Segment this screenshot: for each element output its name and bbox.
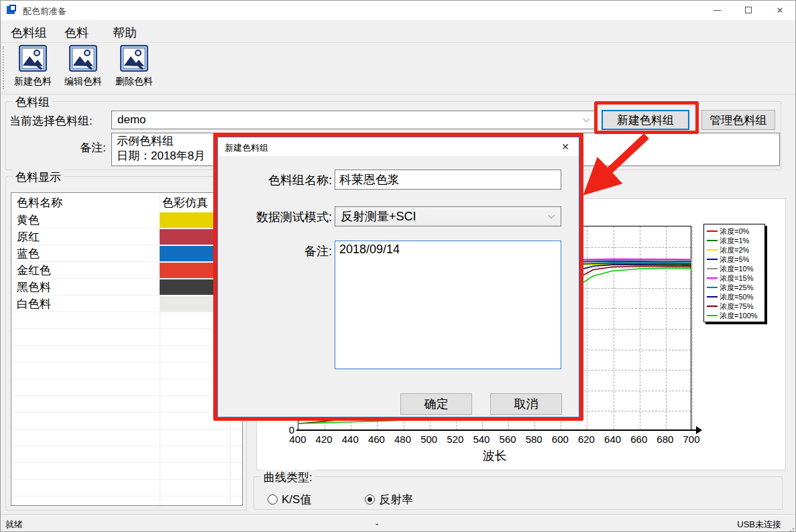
chevron-down-icon: ⌵: [548, 210, 555, 221]
legend-item-9: 浓度=100%: [707, 311, 764, 320]
table-row-5[interactable]: 白色料: [11, 295, 242, 312]
x-tick-label: 680: [654, 434, 677, 445]
dialog-close-button[interactable]: ✕: [552, 137, 579, 156]
colorant-table[interactable]: 色料名称 色彩仿真 黄色原红蓝色金红色黑色料白色料: [11, 192, 243, 506]
x-axis: [296, 429, 696, 431]
x-axis-title: 波长: [298, 448, 691, 464]
cancel-button[interactable]: 取消: [490, 393, 562, 415]
colorant-name: 蓝色: [17, 246, 40, 261]
legend-item-4: 浓度=10%: [707, 264, 764, 273]
table-row-2[interactable]: 蓝色: [11, 245, 242, 262]
legend-line: [707, 249, 718, 251]
current-group-combobox[interactable]: demo ⌵: [111, 111, 595, 129]
colorant-name: 原红: [17, 229, 40, 245]
legend-item-8: 浓度=75%: [707, 302, 764, 311]
x-tick-label: 580: [522, 434, 545, 445]
x-tick-label: 620: [575, 434, 598, 445]
table-empty-row: [11, 429, 242, 446]
colorant-name: 金红色: [17, 263, 51, 278]
menu-item-2[interactable]: 帮助: [113, 25, 137, 41]
dialog-mode-combobox[interactable]: 反射测量+SCI ⌵: [335, 206, 561, 226]
legend-item-5: 浓度=15%: [707, 273, 764, 283]
picture-icon: [109, 45, 159, 74]
table-empty-row: [11, 362, 242, 379]
menu-item-1[interactable]: 色料: [64, 25, 89, 41]
legend-line: [707, 315, 718, 316]
legend-label: 浓度=25%: [720, 283, 753, 293]
column-header-simulation: 色彩仿真: [162, 195, 208, 210]
column-header-name: 色料名称: [17, 195, 62, 210]
legend-label: 浓度=75%: [720, 302, 753, 312]
x-tick-label: 520: [444, 434, 467, 445]
chevron-down-icon: ⌵: [583, 114, 589, 125]
legend-line: [707, 268, 718, 269]
current-group-value: demo: [117, 113, 146, 127]
table-empty-row: [11, 496, 242, 506]
table-row-1[interactable]: 原红: [11, 228, 242, 245]
dialog-name-label: 色料组名称:: [231, 172, 332, 188]
radio-reflectance[interactable]: 反射率: [365, 492, 413, 507]
legend-line: [707, 240, 718, 241]
dialog-note-label: 备注:: [231, 243, 332, 259]
x-tick-label: 500: [418, 434, 441, 445]
table-empty-row: [11, 446, 242, 463]
table-row-3[interactable]: 金红色: [11, 262, 242, 279]
radio-label: 反射率: [379, 492, 413, 507]
legend-label: 浓度=50%: [720, 292, 753, 302]
dialog-note-textarea[interactable]: 2018/09/14: [335, 241, 561, 369]
colorant-group-panel-title: 色料组: [13, 94, 52, 110]
maximize-icon: [745, 7, 752, 13]
close-icon: ✕: [777, 5, 784, 15]
status-usb: USB未连接: [737, 519, 781, 531]
table-empty-row: [11, 396, 242, 413]
radio-label: K/S值: [282, 492, 311, 507]
x-tick-label: 560: [496, 434, 519, 445]
table-empty-row: [11, 480, 242, 496]
legend-label: 浓度=2%: [720, 245, 749, 255]
close-button[interactable]: ✕: [764, 0, 795, 20]
legend-line: [707, 296, 718, 297]
toolbar-button-label: 新建色料: [8, 76, 58, 88]
minimize-button[interactable]: [701, 0, 732, 20]
menu-item-0[interactable]: 色料组: [11, 25, 47, 41]
x-tick-label: 400: [286, 434, 309, 445]
toolbar-drag-handle[interactable]: [3, 46, 4, 89]
ok-button[interactable]: 确定: [400, 393, 472, 415]
table-row-0[interactable]: 黄色: [11, 212, 242, 228]
x-tick-label: 640: [602, 434, 624, 445]
table-row-4[interactable]: 黑色料: [11, 279, 242, 295]
group-note-label: 备注:: [64, 140, 106, 155]
radio-ks[interactable]: K/S值: [268, 492, 311, 507]
legend-item-1: 浓度=1%: [707, 236, 764, 245]
resize-grip[interactable]: [793, 528, 794, 529]
colorant-name: 黑色料: [17, 279, 51, 295]
chart-legend: 浓度=0%浓度=1%浓度=2%浓度=5%浓度=10%浓度=15%浓度=25%浓度…: [703, 224, 765, 322]
status-center: -: [376, 519, 378, 529]
legend-line: [707, 230, 718, 232]
status-bar: 就绪 - USB未连接: [0, 514, 796, 532]
maximize-button[interactable]: [733, 0, 764, 20]
toolbar-button-label: 编辑色料: [58, 76, 108, 88]
colorant-display-panel-title: 色料显示: [13, 170, 64, 185]
legend-label: 浓度=5%: [720, 255, 749, 265]
legend-label: 浓度=1%: [720, 236, 749, 246]
radio-icon: [268, 494, 278, 505]
button-annotation-frame: [594, 101, 699, 134]
x-tick-label: 540: [470, 434, 493, 445]
manage-group-button[interactable]: 管理色料组: [701, 110, 775, 130]
toolbar: 新建色料编辑色料删除色料: [0, 44, 796, 94]
x-tick-label: 660: [628, 434, 650, 445]
dialog-name-input[interactable]: [335, 170, 561, 190]
legend-label: 浓度=10%: [720, 264, 753, 274]
toolbar-button-0[interactable]: 新建色料: [8, 45, 58, 93]
colorant-name: 黄色: [17, 212, 40, 228]
toolbar-button-1[interactable]: 编辑色料: [58, 45, 108, 93]
legend-item-6: 浓度=25%: [707, 283, 764, 292]
legend-label: 浓度=0%: [720, 226, 749, 237]
new-group-dialog: 新建色料组 ✕ 色料组名称: 数据测试模式: 反射测量+SCI ⌵ 备注: 20…: [217, 137, 579, 417]
table-empty-row: [11, 379, 242, 396]
toolbar-button-label: 删除色料: [109, 76, 159, 88]
toolbar-button-2[interactable]: 删除色料: [109, 45, 159, 93]
table-empty-row: [11, 346, 242, 362]
curve-type-panel: 曲线类型: K/S值反射率: [253, 476, 783, 510]
